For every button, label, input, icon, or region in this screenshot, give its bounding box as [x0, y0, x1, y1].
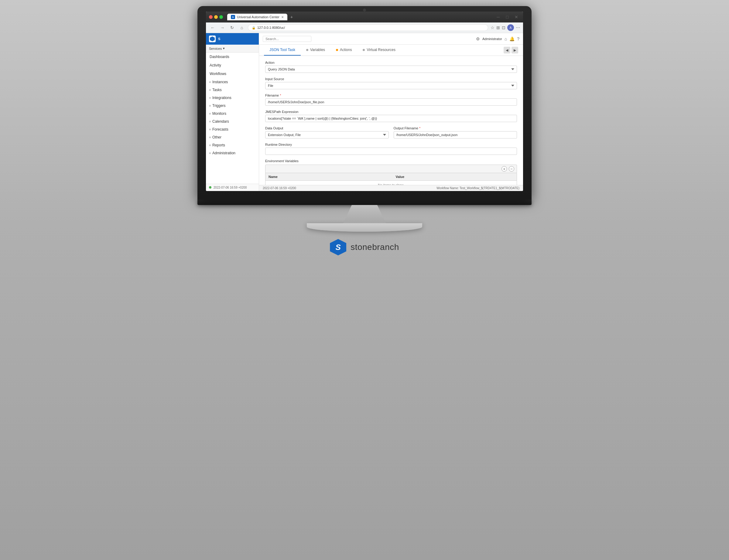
services-chevron-icon: ▾	[223, 46, 225, 50]
data-output-select[interactable]: Extension Output, File	[265, 131, 389, 138]
env-vars-section: Environment Variables + − Name Value	[265, 159, 517, 185]
sidebar-item-instances[interactable]: ∨ Instances	[206, 78, 259, 86]
administration-chevron-icon: ∨	[209, 152, 211, 155]
sidebar-item-activity[interactable]: Activity	[206, 61, 259, 70]
sidebar-item-monitors[interactable]: ∨ Monitors	[206, 110, 259, 118]
remove-env-btn[interactable]: −	[509, 166, 514, 172]
toolbar-actions: ☆ ⊞ ⊡ A ⋯	[491, 24, 520, 31]
status-dot-icon	[209, 186, 211, 189]
tab-close-icon[interactable]: ✕	[281, 15, 284, 19]
maximize-btn[interactable]	[219, 15, 223, 19]
status-date: 2022-07-06 16:59 +0200	[214, 186, 247, 189]
data-output-label: Data Output	[265, 126, 389, 130]
reports-label: Reports	[212, 143, 225, 147]
sidebar-item-tasks[interactable]: ∨ Tasks	[206, 86, 259, 94]
forecasts-chevron-icon: ∨	[209, 128, 211, 131]
tab-actions[interactable]: Actions	[330, 45, 357, 56]
filename-group: Filename *	[265, 94, 517, 106]
sidebar-item-calendars[interactable]: ∨ Calendars	[206, 118, 259, 125]
forward-btn[interactable]: →	[219, 24, 226, 31]
user-avatar[interactable]: A	[507, 24, 514, 31]
services-label: Services	[209, 47, 222, 50]
brand-logo-s: S	[336, 243, 341, 251]
minimize-btn[interactable]	[214, 15, 218, 19]
tab-json-label: JSON Tool Task	[269, 48, 295, 52]
extensions-icon[interactable]: ⊡	[502, 25, 505, 30]
reports-chevron-icon: ∨	[209, 144, 211, 147]
filename-label: Filename *	[265, 94, 517, 97]
sidebar-item-workflows[interactable]: Workflows	[206, 70, 259, 78]
menu-icon[interactable]: ⋯	[516, 25, 520, 30]
other-chevron-icon: ∨	[209, 136, 211, 139]
variables-dot-icon	[306, 49, 308, 51]
output-filename-input[interactable]	[394, 131, 517, 138]
calendars-label: Calendars	[212, 119, 229, 124]
input-source-select[interactable]: File	[265, 82, 517, 89]
stonebranch-hex-icon	[210, 36, 215, 41]
app-container: S Services ▾ Dashboards Activity	[206, 33, 523, 191]
dashboards-label: Dashboards	[210, 55, 229, 59]
jmespath-group: JMESPath Expression	[265, 110, 517, 122]
main-content: ⚙ Administrator ⌂ 🔔 ? JSON Tool Task	[259, 33, 523, 191]
integrations-label: Integrations	[212, 96, 231, 100]
filename-input[interactable]	[265, 98, 517, 106]
activity-label: Activity	[210, 63, 221, 67]
sidebar-item-dashboards[interactable]: Dashboards	[206, 53, 259, 61]
bottom-bar: 2022-07-06 16:59 +0200 Workflow Name: Te…	[259, 185, 523, 191]
minimize-window-btn[interactable]: ─	[495, 13, 502, 21]
help-icon[interactable]: ?	[517, 36, 519, 41]
browser-tab[interactable]: S Universal Automation Center ✕	[227, 14, 287, 20]
tabs-bar: JSON Tool Task Variables Actions Vi	[259, 45, 523, 56]
sidebar-logo	[209, 36, 216, 42]
browser-titlebar: S Universal Automation Center ✕ + ─ □ ✕	[206, 12, 523, 22]
sidebar-item-reports[interactable]: ∨ Reports	[206, 141, 259, 149]
add-tab-btn[interactable]: +	[290, 15, 293, 19]
settings-icon[interactable]: ⚙	[476, 36, 480, 41]
services-row[interactable]: Services ▾	[206, 45, 259, 53]
instances-chevron-icon: ∨	[209, 80, 211, 84]
sidebar-item-forecasts[interactable]: ∨ Forecasts	[206, 125, 259, 133]
env-table: Name Value No items to show.	[265, 173, 517, 185]
output-filename-required: *	[419, 126, 420, 130]
back-btn[interactable]: ←	[209, 24, 216, 31]
input-source-group: Input Source File	[265, 77, 517, 89]
sidebar-item-triggers[interactable]: ∨ Triggers	[206, 102, 259, 110]
triggers-chevron-icon: ∨	[209, 104, 211, 107]
bell-icon[interactable]: 🔔	[509, 36, 515, 41]
refresh-btn[interactable]: ↻	[228, 24, 236, 31]
brand-label: S	[218, 37, 220, 41]
filename-required: *	[280, 94, 281, 97]
star-icon[interactable]: ☆	[491, 25, 495, 30]
restore-window-btn[interactable]: □	[504, 13, 511, 21]
output-filename-label: Output Filename *	[394, 126, 517, 130]
sidebar-brand-text: S	[218, 37, 220, 41]
action-group: Action Query JSON Data	[265, 61, 517, 73]
tab-json-tool-task[interactable]: JSON Tool Task	[264, 45, 301, 56]
sidebar-item-integrations[interactable]: ∨ Integrations	[206, 94, 259, 102]
action-select[interactable]: Query JSON Data	[265, 66, 517, 73]
jmespath-input[interactable]	[265, 115, 517, 122]
add-env-btn[interactable]: +	[501, 166, 507, 172]
tab-prev-btn[interactable]: ◀	[504, 47, 510, 53]
brand-section: S stonebranch	[330, 239, 399, 255]
bookmark-icon[interactable]: ⊞	[496, 25, 500, 30]
sidebar-item-administration[interactable]: ∨ Administration	[206, 149, 259, 157]
close-window-btn[interactable]: ✕	[513, 13, 520, 21]
runtime-dir-input[interactable]	[265, 148, 517, 155]
top-bar-right: ⚙ Administrator ⌂ 🔔 ?	[476, 36, 519, 41]
sidebar-item-other[interactable]: ∨ Other	[206, 133, 259, 141]
close-btn[interactable]	[209, 15, 213, 19]
tab-virtual-resources[interactable]: Virtual Resources	[357, 45, 401, 56]
calendars-chevron-icon: ∨	[209, 120, 211, 123]
tasks-chevron-icon: ∨	[209, 88, 211, 91]
tab-next-btn[interactable]: ▶	[512, 47, 518, 53]
home-icon[interactable]: ⌂	[505, 36, 507, 41]
tab-nav: ◀ ▶	[504, 47, 518, 53]
address-bar[interactable]: 🔒 127.0.0.1:8080/uc/	[248, 24, 488, 31]
jmespath-label: JMESPath Expression	[265, 110, 517, 114]
search-input[interactable]	[263, 36, 311, 42]
tab-variables[interactable]: Variables	[301, 45, 330, 56]
screen: S Universal Automation Center ✕ + ─ □ ✕ …	[206, 12, 523, 191]
home-btn[interactable]: ⌂	[238, 24, 245, 31]
monitors-chevron-icon: ∨	[209, 112, 211, 115]
